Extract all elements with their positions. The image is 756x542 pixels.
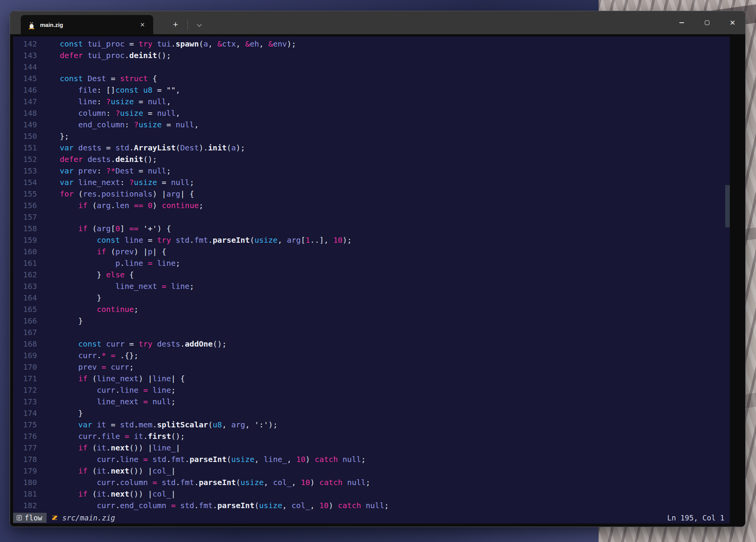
line-number: 160	[13, 246, 41, 257]
code-line[interactable]: 182 curr.end_column = std.fmt.parseInt(u…	[13, 500, 730, 511]
code-line[interactable]: 145 const Dest = struct {	[13, 73, 730, 84]
code-text: curr.line = line;	[41, 384, 730, 396]
code-line[interactable]: 169 curr.* = .{};	[13, 350, 730, 361]
code-text: if (it.next()) |line_|	[41, 442, 730, 454]
code-line[interactable]: 165 continue;	[13, 304, 730, 315]
code-line[interactable]: 152 defer dests.deinit();	[13, 153, 730, 165]
line-number: 167	[13, 327, 41, 338]
code-line[interactable]: 149 end_column: ?usize = null,	[13, 119, 730, 130]
code-text: var prev: ?*Dest = null;	[41, 165, 730, 177]
code-line[interactable]: 157	[13, 211, 730, 223]
code-line[interactable]: 171 if (line_next) |line| {	[13, 373, 730, 384]
code-line[interactable]: 177 if (it.next()) |line_|	[13, 442, 730, 454]
code-text: } else {	[41, 269, 730, 280]
code-line[interactable]: 162 } else {	[13, 269, 730, 280]
code-line[interactable]: 148 column: ?usize = null,	[13, 107, 730, 119]
code-text: curr.end_column = std.fmt.parseInt(usize…	[41, 500, 730, 511]
code-line[interactable]: 143 defer tui_proc.deinit();	[13, 50, 730, 61]
tab-close-button[interactable]: ×	[139, 21, 146, 28]
tabbar-separator	[187, 20, 188, 30]
code-line[interactable]: 163 line_next = line;	[13, 280, 730, 292]
line-number: 149	[13, 119, 41, 130]
code-line[interactable]: 178 curr.line = std.fmt.parseInt(usize, …	[13, 454, 730, 465]
code-line[interactable]: 161 p.line = line;	[13, 257, 730, 269]
code-text: var it = std.mem.splitScalar(u8, arg, ':…	[41, 419, 730, 430]
code-text: if (prev) |p| {	[41, 246, 730, 257]
line-number: 173	[13, 396, 41, 407]
line-number: 181	[13, 488, 41, 500]
code-line[interactable]: 144	[13, 61, 730, 73]
code-area[interactable]: 142 const tui_proc = try tui.spawn(a, &c…	[13, 37, 730, 512]
code-line[interactable]: 142 const tui_proc = try tui.spawn(a, &c…	[13, 38, 730, 50]
code-text: };	[41, 130, 730, 142]
line-number: 169	[13, 350, 41, 361]
code-line[interactable]: 159 const line = try std.fmt.parseInt(us…	[13, 234, 730, 246]
code-line[interactable]: 146 file: []const u8 = "",	[13, 84, 730, 96]
code-text: }	[41, 315, 730, 327]
code-line[interactable]: 167	[13, 327, 730, 338]
code-text: if (it.next()) |col_|	[41, 488, 730, 500]
code-text: if (it.next()) |col_|	[41, 465, 730, 477]
code-line[interactable]: 156 if (arg.len == 0) continue;	[13, 200, 730, 211]
line-number: 179	[13, 465, 41, 477]
code-line[interactable]: 173 line_next = null;	[13, 396, 730, 407]
code-line[interactable]: 164 }	[13, 292, 730, 304]
line-number: 163	[13, 280, 41, 292]
new-tab-button[interactable]: +	[166, 20, 185, 30]
line-number: 145	[13, 73, 41, 84]
code-line[interactable]: 158 if (arg[0] == '+') {	[13, 223, 730, 234]
code-line[interactable]: 168 const curr = try dests.addOne();	[13, 338, 730, 350]
line-number: 150	[13, 130, 41, 142]
code-text	[41, 211, 730, 223]
editor-mode-label: flow	[25, 514, 42, 522]
code-text: const line = try std.fmt.parseInt(usize,…	[41, 234, 730, 246]
scrollbar-thumb[interactable]	[725, 185, 730, 227]
code-line[interactable]: 151 var dests = std.ArrayList(Dest).init…	[13, 142, 730, 153]
status-file-path: src/main.zig	[62, 514, 115, 522]
code-line[interactable]: 153 var prev: ?*Dest = null;	[13, 165, 730, 177]
close-button[interactable]: ×	[720, 11, 745, 34]
code-text: end_column: ?usize = null,	[41, 119, 730, 130]
line-number: 158	[13, 223, 41, 234]
code-text	[41, 327, 730, 338]
code-text: defer dests.deinit();	[41, 153, 730, 165]
tab-main-zig[interactable]: main.zig ×	[21, 15, 153, 34]
code-line[interactable]: 166 }	[13, 315, 730, 327]
tab-dropdown-button[interactable]	[190, 23, 207, 27]
code-text: curr.file = it.first();	[41, 430, 730, 442]
code-line[interactable]: 179 if (it.next()) |col_|	[13, 465, 730, 477]
line-number: 152	[13, 153, 41, 165]
code-line[interactable]: 180 curr.column = std.fmt.parseInt(usize…	[13, 477, 730, 488]
window-titlebar[interactable]: main.zig × + ×	[10, 11, 745, 34]
code-line[interactable]: 181 if (it.next()) |col_|	[13, 488, 730, 500]
code-text: curr.* = .{};	[41, 350, 730, 361]
line-number: 148	[13, 107, 41, 119]
line-number: 144	[13, 61, 41, 73]
code-line[interactable]: 155 for (res.positionals) |arg| {	[13, 188, 730, 200]
code-line[interactable]: 160 if (prev) |p| {	[13, 246, 730, 257]
code-line[interactable]: 170 prev = curr;	[13, 361, 730, 373]
code-line[interactable]: 174 }	[13, 407, 730, 419]
editor-mode-chip[interactable]: flow	[13, 513, 47, 523]
code-line[interactable]: 147 line: ?usize = null,	[13, 96, 730, 107]
code-editor[interactable]: 142 const tui_proc = try tui.spawn(a, &c…	[13, 37, 730, 524]
code-line[interactable]: 176 curr.file = it.first();	[13, 430, 730, 442]
line-number: 182	[13, 500, 41, 511]
minimize-button[interactable]	[669, 11, 694, 34]
status-bar: flow src/main.zig Ln 195, Col 1	[13, 512, 730, 524]
line-number: 166	[13, 315, 41, 327]
code-text: if (line_next) |line| {	[41, 373, 730, 384]
code-line[interactable]: 150 };	[13, 130, 730, 142]
line-number: 178	[13, 454, 41, 465]
line-number: 147	[13, 96, 41, 107]
code-line[interactable]: 175 var it = std.mem.splitScalar(u8, arg…	[13, 419, 730, 430]
code-line[interactable]: 172 curr.line = line;	[13, 384, 730, 396]
maximize-button[interactable]	[694, 11, 720, 34]
line-number: 171	[13, 373, 41, 384]
code-text: file: []const u8 = "",	[41, 84, 730, 96]
line-number: 162	[13, 269, 41, 280]
code-line[interactable]: 154 var line_next: ?usize = null;	[13, 177, 730, 188]
line-number: 175	[13, 419, 41, 430]
line-number: 164	[13, 292, 41, 304]
code-text: line_next = line;	[41, 280, 730, 292]
